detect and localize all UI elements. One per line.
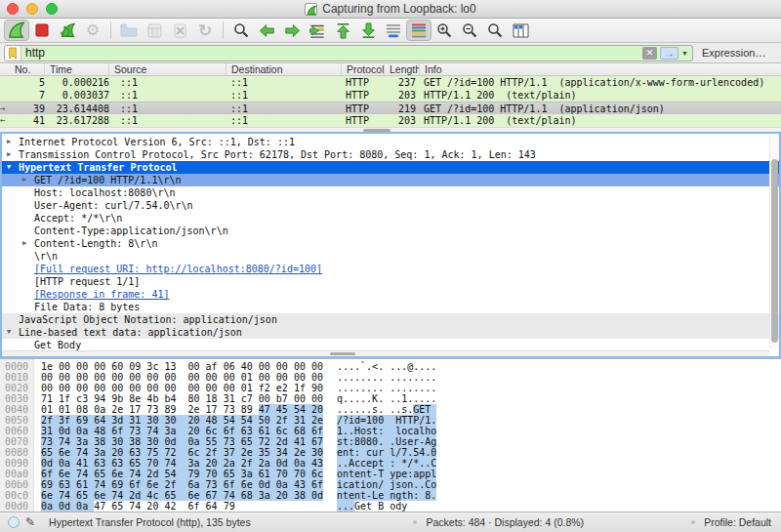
tree-row[interactable]: Accept: */*\r\n: [2, 212, 779, 225]
expander-icon[interactable]: ▶: [7, 148, 19, 161]
expander-icon[interactable]: ▼: [7, 326, 19, 339]
details-vscroll-thumb[interactable]: [771, 159, 778, 343]
tree-row[interactable]: JavaScript Object Notation: application/…: [2, 313, 779, 326]
resize-columns-button[interactable]: [508, 20, 533, 41]
zoom-window-button[interactable]: [46, 3, 58, 15]
packet-row[interactable]: 50.000216::1::1HTTP237GET /?id=100 HTTP/…: [0, 76, 781, 89]
display-filter-field[interactable]: ✕ → ▼: [4, 45, 693, 61]
column-header-no[interactable]: No.: [10, 63, 45, 75]
tree-row[interactable]: [Full request URI: http://localhost:8080…: [2, 263, 779, 275]
start-capture-button[interactable]: [4, 20, 29, 41]
capture-options-button[interactable]: ⚙: [80, 20, 105, 41]
hex-row[interactable]: 008065 6e 74 3a 20 63 75 72 6c 2f 37 2e …: [0, 447, 781, 458]
filter-bookmark-button[interactable]: [5, 46, 21, 61]
hex-row[interactable]: 00001e 00 00 00 60 09 3c 13 00 af 06 40 …: [0, 361, 781, 372]
hex-row[interactable]: 00b069 63 61 74 69 6f 6e 2f 6a 73 6f 6e …: [0, 479, 781, 490]
reload-file-button[interactable]: ↻: [192, 20, 218, 41]
tree-row[interactable]: User-Agent: curl/7.54.0\r\n: [2, 199, 779, 212]
display-filter-input[interactable]: [21, 46, 642, 60]
zoom-out-button[interactable]: [457, 20, 482, 41]
hex-ascii: ontent-T ype:appl: [337, 469, 436, 479]
hex-ascii-highlight: ntent-Le ngth: 8.: [337, 490, 436, 501]
cell-proto: HTTP: [342, 114, 385, 127]
cell-len: 203: [385, 89, 420, 102]
colorize-packets-button[interactable]: [406, 20, 432, 41]
expression-button[interactable]: Expression…: [702, 47, 765, 59]
hex-ascii-plain: ........ ........: [337, 372, 436, 383]
hex-row[interactable]: 007073 74 3a 38 30 38 30 0d 0a 55 73 65 …: [0, 436, 781, 447]
minimize-window-button[interactable]: [26, 3, 38, 15]
tree-row[interactable]: ▼Line-based text data: application/json: [2, 326, 779, 339]
hex-ascii: ........ ........: [337, 383, 436, 393]
filter-clear-button[interactable]: ✕: [642, 47, 657, 60]
hex-row[interactable]: 00c06e 74 65 6e 74 2d 4c 65 6e 67 74 68 …: [0, 490, 781, 501]
column-header-length[interactable]: Length: [385, 63, 420, 75]
tree-row[interactable]: Host: localhost:8080\r\n: [2, 186, 779, 199]
packet-row[interactable]: 70.003037::1::1HTTP203HTTP/1.1 200 (text…: [0, 89, 781, 102]
zoom-in-button[interactable]: [432, 20, 457, 41]
tree-row[interactable]: [HTTP request 1/1]: [2, 275, 779, 288]
reload-icon: ↻: [198, 22, 212, 39]
hex-row[interactable]: 00502f 3f 69 64 3d 31 30 30 20 48 54 54 …: [0, 415, 781, 426]
tree-row[interactable]: ▶Internet Protocol Version 6, Src: ::1, …: [2, 136, 779, 148]
auto-scroll-button[interactable]: [381, 20, 406, 41]
open-file-button[interactable]: [116, 20, 142, 41]
tree-row[interactable]: \r\n: [2, 250, 779, 263]
find-packet-button[interactable]: [228, 20, 254, 41]
go-forward-button[interactable]: [279, 20, 305, 41]
column-header-source[interactable]: Source: [109, 63, 226, 75]
status-profile[interactable]: Profile: Default: [704, 516, 771, 528]
tree-row[interactable]: File Data: 8 bytes: [2, 301, 779, 313]
cell-src: ::1: [109, 102, 226, 114]
expander-icon: [22, 225, 34, 237]
tree-row[interactable]: ▼Hypertext Transfer Protocol: [2, 161, 779, 174]
hex-row[interactable]: 001000 00 00 00 00 00 00 00 00 00 00 01 …: [0, 372, 781, 383]
zoom-reset-button[interactable]: [482, 20, 508, 41]
expander-icon[interactable]: ▶: [7, 136, 19, 148]
hex-row[interactable]: 00900d 0a 41 63 63 65 70 74 3a 20 2a 2f …: [0, 458, 781, 469]
tree-row[interactable]: ▶GET /?id=100 HTTP/1.1\r\n: [2, 174, 779, 186]
hex-offset: 0040: [5, 404, 28, 415]
save-file-button[interactable]: [142, 20, 167, 41]
details-vscrollbar[interactable]: [769, 136, 778, 348]
tree-row-label: Hypertext Transfer Protocol: [19, 161, 178, 174]
close-file-button[interactable]: [167, 20, 192, 41]
go-to-top-button[interactable]: [330, 20, 355, 41]
tree-row[interactable]: ▶Content-Length: 8\r\n: [2, 237, 779, 250]
tree-row[interactable]: ▶Transmission Control Protocol, Src Port…: [2, 148, 779, 161]
expander-icon[interactable]: ▼: [7, 161, 19, 174]
expert-info-icon[interactable]: [8, 516, 20, 528]
tree-row[interactable]: [Response in frame: 41]: [2, 288, 779, 301]
tree-row[interactable]: Content-Type:application/json\r\n: [2, 225, 779, 237]
go-to-packet-button[interactable]: [305, 20, 330, 41]
cell-proto: HTTP: [342, 89, 385, 102]
details-hscrollbar[interactable]: [2, 350, 769, 356]
capture-comment-icon[interactable]: ✎: [25, 515, 35, 529]
column-header-protocol[interactable]: Protocol: [342, 63, 385, 75]
hex-row[interactable]: 00a06f 6e 74 65 6e 74 2d 54 79 70 65 3a …: [0, 469, 781, 479]
cell-info: HTTP/1.1 200 (text/plain): [420, 89, 781, 102]
hex-row[interactable]: 00d00a 0d 0a 47 65 74 20 42 6f 64 79...G…: [0, 501, 781, 512]
filter-apply-button[interactable]: →: [660, 47, 678, 60]
tree-row-label: Transmission Control Protocol, Src Port:…: [19, 148, 536, 161]
details-hscroll-thumb[interactable]: [330, 352, 355, 355]
hex-row[interactable]: 004001 01 08 0a 2e 17 73 89 2e 17 73 89 …: [0, 404, 781, 415]
hex-row[interactable]: 002000 00 00 00 00 00 00 00 00 00 00 01 …: [0, 383, 781, 393]
packet-row[interactable]: →3923.614408::1::1HTTP219GET /?id=100 HT…: [0, 102, 781, 114]
expander-icon[interactable]: ▶: [22, 174, 34, 186]
hex-offset: 00c0: [5, 490, 28, 501]
filter-dropdown-caret[interactable]: ▼: [681, 50, 688, 57]
close-window-button[interactable]: [7, 3, 19, 15]
go-back-button[interactable]: [254, 20, 279, 41]
expander-icon[interactable]: ▶: [22, 237, 34, 250]
column-header-info[interactable]: Info: [420, 63, 781, 75]
packet-row[interactable]: ←4123.617288::1::1HTTP203HTTP/1.1 200 (t…: [0, 114, 781, 127]
restart-capture-button[interactable]: [55, 20, 80, 41]
hex-bytes: 73 74 3a 38 30 38 30 0d 0a 55 73 65 72 2…: [41, 436, 323, 447]
column-header-destination[interactable]: Destination: [226, 63, 342, 75]
hex-row[interactable]: 003071 1f c3 94 9b 8e 4b b4 80 18 31 c7 …: [0, 393, 781, 404]
column-header-time[interactable]: Time: [45, 63, 109, 75]
hex-row[interactable]: 006031 0d 0a 48 6f 73 74 3a 20 6c 6f 63 …: [0, 426, 781, 436]
go-to-bottom-button[interactable]: [355, 20, 381, 41]
stop-capture-button[interactable]: [29, 20, 55, 41]
